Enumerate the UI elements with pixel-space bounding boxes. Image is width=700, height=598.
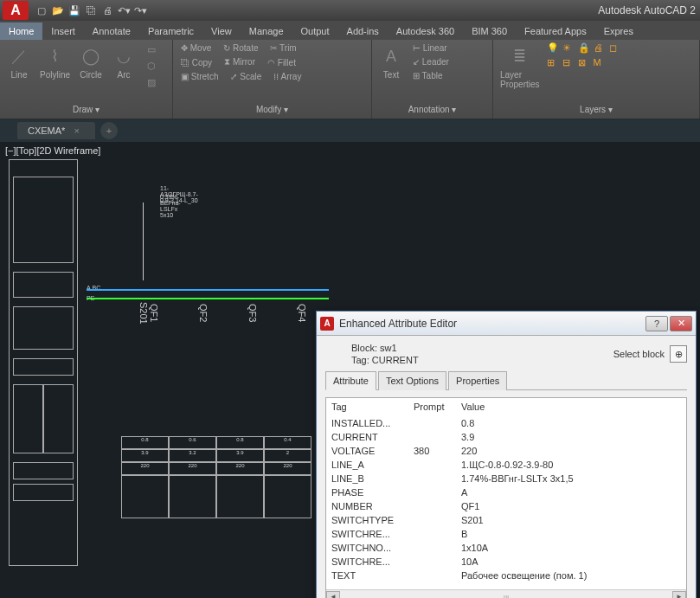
arc-icon: ◡ — [112, 44, 136, 68]
fillet-button[interactable]: ◠ Fillet — [265, 56, 299, 68]
col-prompt: Prompt — [414, 402, 461, 412]
circle-icon: ◯ — [79, 44, 103, 68]
ribbon: ／Line ⌇Polyline ◯Circle ◡Arc ▭ ⬡ ▨ Draw … — [0, 40, 700, 119]
attribute-row[interactable]: SWITCHRE...10A — [326, 555, 686, 569]
tab-bim360[interactable]: BIM 360 — [463, 23, 516, 40]
layer-properties-button[interactable]: ≣Layer Properties — [498, 42, 542, 91]
attribute-row[interactable]: LINE_A1.ЩС-0.8-0.92-3.9-80 — [326, 458, 686, 472]
schematic-topline2: 0.39%-BEFна-LSLFx 5x10 — [160, 194, 181, 218]
horizontal-scrollbar[interactable]: ◄ ııı ► — [326, 589, 686, 598]
viewport-label[interactable]: [−][Top][2D Wireframe] — [5, 145, 100, 156]
panel-draw-label[interactable]: Draw ▾ — [5, 103, 167, 116]
leader-button[interactable]: ↙ Leader — [410, 56, 452, 68]
scroll-left-icon[interactable]: ◄ — [326, 591, 340, 599]
panel-draw: ／Line ⌇Polyline ◯Circle ◡Arc ▭ ⬡ ▨ Draw … — [0, 40, 173, 119]
array-button[interactable]: ⁞⁞ Array — [271, 71, 304, 82]
attribute-row[interactable]: NUMBERQF1 — [326, 499, 686, 513]
doc-tab-label: CXEMA* — [28, 125, 65, 136]
dialog-titlebar[interactable]: A Enhanced Attribute Editor ? ✕ — [317, 312, 696, 336]
rotate-button[interactable]: ↻ Rotate — [221, 42, 260, 54]
layer-tool-4[interactable]: M — [594, 57, 606, 69]
panel-annotation: AText ⊢ Linear ↙ Leader ⊞ Table Annotati… — [372, 40, 493, 119]
save-icon[interactable]: 💾 — [67, 3, 81, 17]
open-icon[interactable]: 📂 — [51, 3, 65, 17]
document-tabs: CXEMA* × + — [0, 119, 700, 142]
draw-more-2[interactable]: ⬡ — [143, 59, 160, 73]
tab-view[interactable]: View — [202, 23, 241, 40]
text-button[interactable]: AText — [377, 42, 405, 81]
attribute-list: Tag Prompt Value INSTALLED...0.8CURRENT3… — [325, 397, 687, 598]
attribute-row[interactable]: CURRENT3.9 — [326, 430, 686, 444]
layers-icon: ≣ — [508, 44, 532, 68]
sun-icon[interactable]: ☀ — [562, 42, 575, 55]
table-button[interactable]: ⊞ Table — [410, 70, 452, 81]
arc-button[interactable]: ◡Arc — [110, 42, 138, 81]
draw-more-3[interactable]: ▨ — [143, 75, 160, 89]
redo-icon[interactable]: ↷▾ — [133, 3, 147, 17]
attribute-row[interactable]: PHASEA — [326, 485, 686, 499]
ribbon-tabs: Home Insert Annotate Parametric View Man… — [0, 21, 700, 40]
panel-modify-label[interactable]: Modify ▾ — [178, 103, 366, 116]
tab-featured[interactable]: Featured Apps — [516, 23, 595, 40]
layer-tool-2[interactable]: ⊟ — [562, 57, 575, 69]
saveall-icon[interactable]: ⿻ — [84, 3, 98, 17]
new-icon[interactable]: ▢ — [35, 3, 48, 17]
attribute-row[interactable]: INSTALLED...0.8 — [326, 416, 686, 430]
layer-tool-1[interactable]: ⊞ — [547, 57, 559, 69]
bulb-icon[interactable]: 💡 — [547, 42, 559, 55]
tab-output[interactable]: Output — [292, 23, 338, 40]
color-icon[interactable]: ◻ — [609, 42, 621, 55]
attribute-row[interactable]: SWITCHTYPES201 — [326, 513, 686, 527]
panel-annotation-label[interactable]: Annotation ▾ — [377, 103, 487, 116]
copy-button[interactable]: ⿻ Copy — [178, 56, 215, 68]
block-label: Block: sw1 — [351, 343, 419, 353]
lock-icon[interactable]: 🔒 — [578, 42, 590, 55]
attribute-row[interactable]: SWITCHNO...1x10A — [326, 541, 686, 555]
col-tag: Tag — [331, 402, 414, 412]
polyline-button[interactable]: ⌇Polyline — [38, 42, 72, 81]
close-dialog-icon[interactable]: ✕ — [670, 316, 692, 331]
scroll-right-icon[interactable]: ► — [672, 591, 686, 599]
doc-tab[interactable]: CXEMA* × — [17, 122, 95, 139]
attribute-row[interactable]: SWITCHRE...B — [326, 527, 686, 541]
layer-tool-3[interactable]: ⊠ — [578, 57, 590, 69]
attribute-row[interactable]: LINE_B1.74%-ВВГнг-LSLTx 3x1,5 — [326, 472, 686, 485]
new-tab-button[interactable]: + — [100, 122, 118, 139]
attribute-header: Tag Prompt Value — [326, 398, 686, 416]
app-logo[interactable]: A — [3, 1, 29, 20]
linear-button[interactable]: ⊢ Linear — [410, 42, 452, 54]
panel-layers-label[interactable]: Layers ▾ — [498, 103, 694, 116]
attribute-row[interactable]: TEXTРабочее освещение (пом. 1) — [326, 569, 686, 582]
tab-annotate[interactable]: Annotate — [84, 23, 139, 40]
trim-button[interactable]: ✂ Trim — [267, 42, 299, 54]
drawing-canvas[interactable]: [−][Top][2D Wireframe] 11-A3/3ГРЩ-8.7-0.… — [0, 142, 700, 598]
plot-icon[interactable]: 🖨 — [100, 3, 114, 17]
dialog-tabs: Attribute Text Options Properties — [325, 370, 687, 390]
select-block-button[interactable]: ⊕ — [670, 345, 687, 363]
draw-more-1[interactable]: ▭ — [143, 42, 160, 56]
quick-access-toolbar: ▢ 📂 💾 ⿻ 🖨 ↶▾ ↷▾ — [35, 3, 147, 17]
tab-express[interactable]: Expres — [595, 23, 642, 40]
panel-modify: ✥ Move ↻ Rotate ✂ Trim ⿻ Copy ⧗ Mirror ◠… — [173, 40, 372, 119]
move-button[interactable]: ✥ Move — [178, 42, 214, 54]
line-button[interactable]: ／Line — [5, 42, 33, 81]
title-bar: A ▢ 📂 💾 ⿻ 🖨 ↶▾ ↷▾ Autodesk AutoCAD 2 — [0, 0, 700, 21]
help-icon[interactable]: ? — [645, 316, 668, 331]
tab-insert[interactable]: Insert — [42, 23, 84, 40]
plot-icon[interactable]: 🖨 — [594, 42, 606, 55]
tab-addins[interactable]: Add-ins — [338, 23, 388, 40]
undo-icon[interactable]: ↶▾ — [117, 3, 131, 17]
tab-autodesk360[interactable]: Autodesk 360 — [388, 23, 463, 40]
tab-attribute[interactable]: Attribute — [325, 371, 376, 390]
close-icon[interactable]: × — [74, 125, 79, 136]
attribute-row[interactable]: VOLTAGE380220 — [326, 444, 686, 458]
tab-parametric[interactable]: Parametric — [139, 23, 202, 40]
mirror-button[interactable]: ⧗ Mirror — [222, 56, 258, 68]
stretch-button[interactable]: ▣ Stretch — [178, 71, 221, 82]
tab-manage[interactable]: Manage — [241, 23, 292, 40]
tab-text-options[interactable]: Text Options — [378, 371, 446, 390]
circle-button[interactable]: ◯Circle — [77, 42, 105, 81]
scale-button[interactable]: ⤢ Scale — [228, 71, 264, 82]
tab-home[interactable]: Home — [0, 23, 42, 40]
tab-properties[interactable]: Properties — [448, 371, 507, 390]
